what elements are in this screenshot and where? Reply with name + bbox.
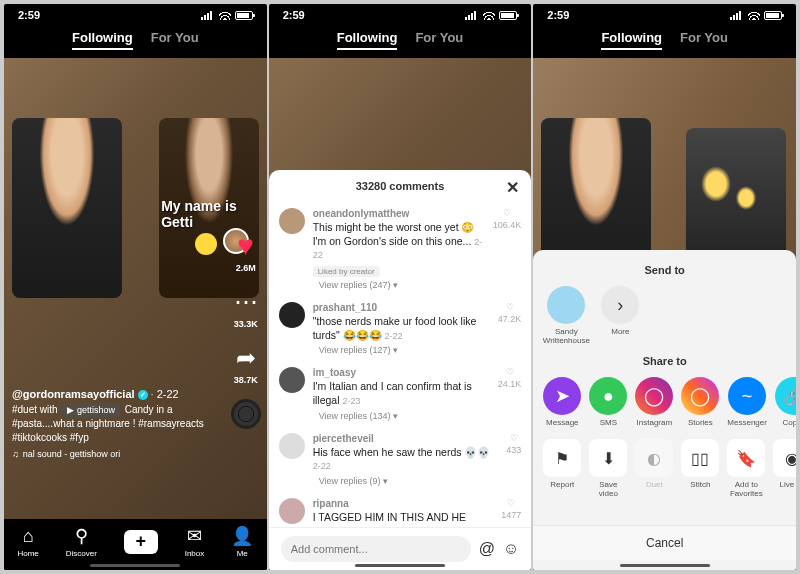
share-action-label: Stitch (690, 480, 710, 489)
comment-avatar[interactable] (279, 302, 305, 328)
comment-like-button[interactable]: ♡47.2K (498, 302, 522, 324)
share-target[interactable]: ~Messenger (727, 377, 767, 427)
mention-icon[interactable]: @ (479, 540, 495, 558)
phone-feed-screen: 2:59 Following For You My name is Getti … (4, 4, 267, 570)
comment-username[interactable]: ripanna (313, 498, 494, 509)
comment-icon: ⋯ (231, 287, 261, 317)
comment-like-button[interactable]: ♡24.1K (498, 367, 522, 389)
app-icon: ~ (728, 377, 766, 415)
comment-username[interactable]: im_toasy (313, 367, 490, 378)
comment-avatar[interactable] (279, 208, 305, 234)
nav-home[interactable]: ⌂Home (17, 526, 38, 558)
comment-item[interactable]: piercetheveil His face when he saw the n… (279, 427, 522, 492)
mention-chip[interactable]: ▶ gettishow (62, 403, 120, 418)
comment-avatar[interactable] (279, 367, 305, 393)
sound-disc[interactable] (231, 399, 261, 429)
action-icon: ⚑ (543, 439, 581, 477)
comment-input[interactable] (281, 536, 471, 562)
comment-like-count: 106.4K (493, 220, 522, 230)
share-target[interactable]: ➤Message (543, 377, 581, 427)
video-actions: ♥ 2.6M ⋯ 33.3K ➦ 38.7K (231, 231, 261, 429)
comment-item[interactable]: ripanna I TAGGED HIM IN THIS AND HE MADE… (279, 492, 522, 527)
tab-following[interactable]: Following (601, 30, 662, 50)
video-feed[interactable]: My name is Getti ♥ 2.6M ⋯ 33.3K ➦ 38.7K … (4, 58, 267, 519)
send-target[interactable]: ›More (597, 286, 643, 345)
close-comments-button[interactable]: ✕ (506, 178, 519, 197)
status-icons (730, 11, 782, 20)
comment-text: "those nerds make ur food look like turd… (313, 315, 490, 342)
share-target[interactable]: ◯Stories (681, 377, 719, 427)
tab-foryou[interactable]: For You (415, 30, 463, 50)
status-bar: 2:59 (4, 4, 267, 26)
share-action-label: Add to Favorites (727, 480, 765, 498)
share-actions-row: ⚑Report⬇Save video◐Duet▯▯Stitch🔖Add to F… (533, 433, 796, 504)
nav-me[interactable]: 👤Me (231, 525, 253, 558)
comment-item[interactable]: prashant_110 "those nerds make ur food l… (279, 296, 522, 361)
feed-tabs: Following For You (533, 26, 796, 58)
duet-left-person (12, 118, 122, 298)
view-replies-button[interactable]: View replies (127) ▾ (319, 345, 490, 355)
comment-username[interactable]: piercetheveil (313, 433, 499, 444)
share-action[interactable]: ⚑Report (543, 439, 581, 498)
send-target-label: Sandy Writtenhouse (543, 327, 590, 345)
wifi-icon (219, 11, 231, 20)
comment-item[interactable]: oneandonlymatthew This might be the wors… (279, 202, 522, 296)
heart-outline-icon: ♡ (507, 498, 515, 508)
nav-inbox[interactable]: ✉Inbox (185, 525, 205, 558)
view-replies-button[interactable]: View replies (247) ▾ (319, 280, 485, 290)
home-indicator (90, 564, 180, 567)
like-button[interactable]: ♥ 2.6M (231, 231, 261, 273)
battery-icon (764, 11, 782, 20)
comment-button[interactable]: ⋯ 33.3K (231, 287, 261, 329)
share-action[interactable]: 🔖Add to Favorites (727, 439, 765, 498)
comment-like-button[interactable]: ♡433 (506, 433, 521, 455)
share-action[interactable]: ▯▯Stitch (681, 439, 719, 498)
app-icon: ● (589, 377, 627, 415)
comment-username[interactable]: prashant_110 (313, 302, 490, 313)
share-action-label: Live ph (779, 480, 796, 489)
tab-foryou[interactable]: For You (680, 30, 728, 50)
share-button[interactable]: ➦ 38.7K (231, 343, 261, 385)
share-target[interactable]: ◯Instagram (635, 377, 673, 427)
nav-create[interactable]: + (124, 530, 158, 554)
comment-like-button[interactable]: ♡1477 (501, 498, 521, 520)
comment-text: I TAGGED HIM IN THIS AND HE MADE A VIDEO… (313, 511, 494, 527)
share-action: ◐Duet (635, 439, 673, 498)
view-replies-button[interactable]: View replies (9) ▾ (319, 476, 499, 486)
duet-right-cooking (686, 128, 786, 268)
emoji-picker-icon[interactable]: ☺ (503, 540, 519, 558)
share-icon: ➦ (231, 343, 261, 373)
tab-following[interactable]: Following (72, 30, 133, 50)
comment-avatar[interactable] (279, 498, 305, 524)
home-icon: ⌂ (23, 526, 34, 547)
share-action[interactable]: ◉Live ph (773, 439, 796, 498)
battery-icon (235, 11, 253, 20)
share-action[interactable]: ⬇Save video (589, 439, 627, 498)
share-target[interactable]: 🔗Copy l (775, 377, 796, 427)
comments-list[interactable]: oneandonlymatthew This might be the wors… (269, 202, 532, 527)
comment-avatar[interactable] (279, 433, 305, 459)
music-info[interactable]: ♫ nal sound - gettishow ori (12, 448, 207, 461)
signal-icon (201, 11, 215, 20)
comment-username[interactable]: oneandonlymatthew (313, 208, 485, 219)
cancel-button[interactable]: Cancel (533, 525, 796, 560)
nav-discover[interactable]: ⚲Discover (66, 525, 97, 558)
video-caption: @gordonramsayofficial ✓ · 2-22 #duet wit… (12, 387, 207, 461)
view-replies-button[interactable]: View replies (134) ▾ (319, 411, 490, 421)
share-target[interactable]: ●SMS (589, 377, 627, 427)
action-icon: ⬇ (589, 439, 627, 477)
send-target[interactable]: Sandy Writtenhouse (543, 286, 589, 345)
send-target-label: More (611, 327, 629, 336)
comment-item[interactable]: im_toasy I'm Italian and I can confirm t… (279, 361, 522, 426)
tab-foryou[interactable]: For You (151, 30, 199, 50)
comments-panel: 33280 comments ✕ oneandonlymatthew This … (269, 170, 532, 570)
comment-text: His face when he saw the nerds 💀💀 2-22 (313, 446, 499, 473)
heart-outline-icon: ♡ (510, 433, 518, 443)
creator-handle[interactable]: @gordonramsayofficial ✓ · 2-22 (12, 387, 207, 402)
share-target-label: Instagram (637, 418, 673, 427)
tab-following[interactable]: Following (337, 30, 398, 50)
like-count: 2.6M (236, 263, 256, 273)
comment-like-count: 47.2K (498, 314, 522, 324)
comment-like-button[interactable]: ♡106.4K (493, 208, 522, 230)
action-icon: ▯▯ (681, 439, 719, 477)
